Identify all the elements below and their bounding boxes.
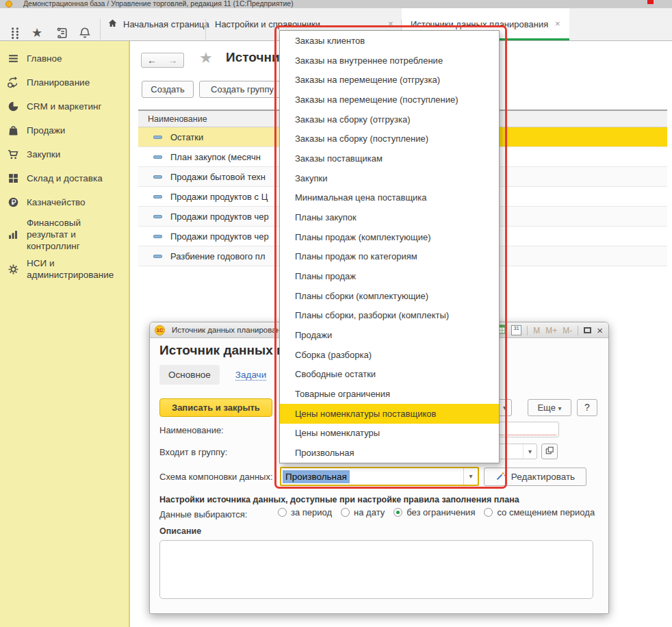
financial-result-icon [7,229,19,241]
sidebar-item[interactable]: Казначейство [0,190,129,214]
favorite-page-star-icon[interactable]: ★ [199,49,213,67]
dropdown-option[interactable]: Заказы клиентов [280,31,499,51]
radio-option[interactable]: без ограничения [393,507,475,517]
sidebar-item[interactable]: Финансовый результат и контроллинг [0,214,129,255]
chevron-down-icon[interactable]: ▾ [523,444,537,459]
help-button[interactable]: ? [577,399,597,416]
period-options: за период на дату без ограничения со сме… [278,507,595,517]
description-label: Описание [159,526,201,536]
more-button[interactable]: Еще ▾ [528,399,571,416]
row-name: Продажи продуктов чер [170,212,269,222]
tab-main[interactable]: Основное [159,365,220,385]
row-name: Продажи бытовой техн [170,172,266,182]
home-icon [107,18,118,31]
1c-dialog-icon: 1С [155,325,165,335]
save-and-close-button[interactable]: Записать и закрыть [159,398,272,417]
row-name: Продажи продуктов с Ц [170,192,268,202]
sidebar-item[interactable]: Планирование [0,71,129,94]
notifications-bell-icon[interactable] [79,27,92,40]
tab-close-icon[interactable]: × [388,18,393,29]
dropdown-option[interactable]: Заказы на сборку (отгрузка) [280,110,499,129]
radio-option[interactable]: со смещением периода [484,507,595,517]
sidebar-item[interactable]: Склад и доставка [0,166,129,190]
favorites-star-icon[interactable]: ★ [31,25,45,39]
maximize-icon[interactable] [584,327,591,333]
tab-home[interactable]: Начальная страница [103,8,204,40]
tab-tasks[interactable]: Задачи [235,370,266,381]
sales-bag-icon [7,125,19,137]
calendar-icon[interactable]: 31 [511,325,521,335]
treasury-ruble-icon [7,196,19,209]
dash-item-icon [153,136,162,139]
crm-pie-icon [7,101,19,113]
memory-button[interactable]: M [533,326,540,335]
create-button[interactable]: Создать [142,81,194,98]
row-name: Остатки [170,132,203,142]
chevron-down-icon[interactable]: ▾ [463,468,478,485]
description-textarea[interactable] [159,540,593,599]
sidebar-item[interactable]: CRM и маркетинг [0,94,129,118]
dropdown-option[interactable]: Заказы поставщикам [280,149,499,168]
schema-selected-value: Произвольная [283,470,350,483]
dialog-heading: Источник данных пл [159,343,293,358]
sidebar-item-label: Финансовый результат и контроллинг [27,217,125,252]
sidebar-item-label: Казначейство [27,196,86,208]
create-group-button[interactable]: Создать группу [199,81,285,98]
forward-button[interactable]: → [162,53,184,68]
dash-item-icon [153,235,162,238]
sidebar-item[interactable]: НСИ и администрирование [0,255,129,283]
dropdown-option[interactable]: Заказы на перемещение (поступление) [280,90,499,110]
dropdown-option[interactable]: Произвольная [280,443,499,463]
sections-menu-icon[interactable] [10,27,23,40]
radio-circle [484,508,493,517]
dropdown-option[interactable]: Заказы на сборку (поступление) [280,129,499,149]
sidebar-item[interactable]: Закупки [0,142,129,166]
dropdown-option[interactable]: Товарные ограничения [280,384,499,404]
dropdown-option[interactable]: Планы закупок [280,207,499,227]
choose-from-list-button[interactable] [541,444,558,459]
group-label: Входит в группу: [159,447,227,457]
tab-close-icon[interactable]: × [555,18,560,29]
dropdown-option[interactable]: Планы сборки (комплектующие) [280,286,499,306]
dropdown-option[interactable]: Планы продаж по категориям [280,246,499,266]
dropdown-option[interactable]: Планы продаж [280,266,499,286]
dropdown-option[interactable]: Сборка (разборка) [280,345,499,365]
window-close-button[interactable] [647,0,654,4]
dropdown-option[interactable]: Заказы на перемещение (отгрузка) [280,70,499,90]
radio-label: за период [291,507,332,517]
data-select-label: Данные выбираются: [159,509,247,520]
close-icon[interactable]: × [597,325,603,335]
name-label: Наименование: [159,425,224,435]
toolbar-separator [100,19,101,40]
app-window: Демонстрационная база / Управление торго… [0,0,672,627]
sidebar-item[interactable]: Продажи [0,118,129,142]
dash-item-icon [153,215,162,218]
sidebar-item[interactable]: Главное [0,47,129,71]
schema-label: Схема компоновки данных: [159,472,273,482]
dropdown-option[interactable]: Продажи [280,325,499,345]
dropdown-option[interactable]: Заказы на внутреннее потребление [280,51,499,71]
dialog-title: Источник данных планировани [172,326,285,334]
memory-minus-button[interactable]: M- [563,326,572,335]
radio-circle [393,508,402,517]
dropdown-option[interactable]: Закупки [280,168,499,188]
dropdown-option[interactable]: Свободные остатки [280,365,499,385]
tab-home-label: Начальная страница [123,19,209,29]
memory-plus-button[interactable]: M+ [545,326,557,335]
history-icon[interactable] [56,27,70,40]
split-caret-button[interactable]: ▾ [497,399,512,416]
dash-item-icon [153,195,162,199]
dropdown-option[interactable]: Цены номенклатуры поставщиков [280,404,499,424]
schema-combo-field[interactable]: Произвольная ▾ [280,467,479,486]
dash-item-icon [153,255,162,258]
radio-option[interactable]: на дату [341,507,385,517]
warehouse-icon [7,172,19,185]
dropdown-option[interactable]: Планы продаж (комплектующие) [280,227,499,247]
back-button[interactable]: ← [141,53,163,68]
radio-option[interactable]: за период [278,507,332,517]
dropdown-option[interactable]: Планы сборки, разборки (комплекты) [280,306,499,326]
dropdown-option[interactable]: Цены номенклатуры [280,424,499,444]
dropdown-option[interactable]: Минимальная цена поставщика [280,188,499,207]
edit-button[interactable]: Редактировать [484,468,586,486]
sidebar-item-label: Закупки [27,149,60,160]
